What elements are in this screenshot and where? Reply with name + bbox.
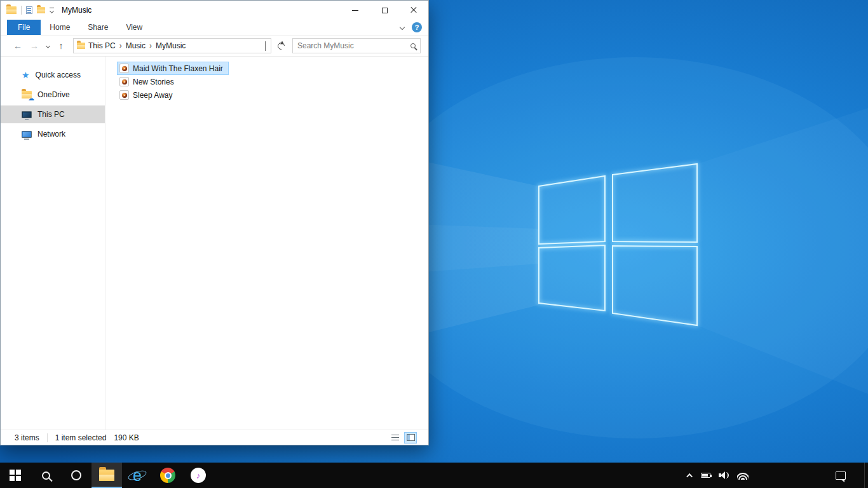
sidebar-item-label: Network [37,130,65,139]
qat-separator [21,6,22,15]
action-center-icon[interactable] [836,471,846,480]
file-row-sleep-away[interactable]: Sleep Away [117,88,179,102]
itunes-taskbar-button[interactable]: ♪ [183,463,214,488]
address-folder-icon [77,43,85,49]
up-button[interactable]: ↑ [53,41,69,50]
maximize-icon [382,8,388,13]
music-file-icon [119,64,129,73]
close-icon [410,6,417,14]
windows-start-icon [10,470,21,481]
quick-access-toolbar [1,6,54,15]
details-view-icon [391,435,399,441]
battery-icon[interactable] [701,473,710,478]
file-name: Maid With The Flaxen Hair [133,64,223,73]
ribbon-tabs: File Home Share View ? [1,20,428,36]
breadcrumb[interactable]: This PC › Music › MyMusic [73,38,271,53]
address-dropdown-chevron-icon[interactable] [263,41,268,50]
minimize-icon [352,10,358,11]
customize-qat-chevron-icon[interactable] [50,8,54,13]
expand-ribbon-chevron-icon[interactable] [400,25,405,30]
tab-view[interactable]: View [117,20,151,35]
taskbar-search-button[interactable] [31,463,61,488]
ribbon-right-controls: ? [400,20,428,35]
help-icon[interactable]: ? [412,22,422,32]
large-icons-view-button[interactable] [404,432,417,444]
file-explorer-taskbar-button[interactable] [92,463,122,488]
new-folder-icon[interactable] [37,7,45,13]
wifi-icon[interactable] [737,471,749,480]
search-icon[interactable] [410,43,416,48]
forward-button[interactable]: → [26,41,43,50]
sidebar-item-label: Quick access [36,71,81,79]
close-button[interactable] [399,1,428,20]
file-row-new-stories[interactable]: New Stories [117,75,180,88]
cortana-icon [71,470,81,480]
music-file-icon [119,77,129,86]
minimize-button[interactable] [341,1,370,20]
internet-explorer-icon: e [128,466,146,484]
details-view-button[interactable] [389,432,402,444]
items-count: 3 items [15,433,39,442]
chrome-icon [160,468,175,483]
properties-icon[interactable] [26,6,32,14]
tab-home[interactable]: Home [41,20,79,35]
file-row-maid-with-the-flaxen-hair[interactable]: Maid With The Flaxen Hair [117,62,229,75]
file-name: New Stories [133,78,174,86]
this-pc-icon [22,111,32,118]
chrome-taskbar-button[interactable] [153,463,183,488]
onedrive-cloud-icon: ☁ [28,95,34,102]
sidebar-item-onedrive[interactable]: ☁ OneDrive [1,86,105,104]
start-button[interactable] [0,463,31,488]
hidden-icons-chevron-icon[interactable] [686,473,693,479]
navigation-pane: ★ Quick access ☁ OneDrive This PC Net [1,57,105,430]
window-folder-icon [6,6,17,14]
sidebar-item-this-pc[interactable]: This PC [1,105,105,123]
quick-access-star-icon: ★ [22,71,30,79]
sidebar-item-label: This PC [37,110,65,119]
network-icon [22,131,32,138]
taskbar: e ♪ [0,463,868,488]
file-explorer-icon [99,470,114,481]
window-body: ★ Quick access ☁ OneDrive This PC Net [1,57,428,430]
status-separator [47,433,48,442]
address-bar: ← → ↑ This PC › Music › MyMusic [1,36,428,57]
sidebar-item-label: OneDrive [37,90,70,99]
breadcrumb-this-pc[interactable]: This PC [85,41,119,50]
system-tray [688,463,868,488]
search-input[interactable] [297,41,410,50]
tab-share[interactable]: Share [79,20,117,35]
back-button[interactable]: ← [10,41,26,50]
sidebar-item-network[interactable]: Network [1,125,105,143]
internet-explorer-taskbar-button[interactable]: e [122,463,153,488]
itunes-icon: ♪ [191,468,206,483]
refresh-button[interactable] [273,38,288,53]
refresh-icon [278,43,285,50]
file-list: Maid With The Flaxen Hair New Stories Sl… [105,57,428,430]
caption-buttons [341,1,428,20]
title-bar: MyMusic [1,1,428,20]
selection-size: 190 KB [114,433,139,442]
sidebar-item-quick-access[interactable]: ★ Quick access [1,66,105,84]
onedrive-icon: ☁ [22,91,32,98]
selection-count: 1 item selected [55,433,107,442]
show-desktop-button[interactable] [864,463,868,488]
explorer-window: MyMusic File Home Share View ? ← → ↑ [0,0,429,445]
breadcrumb-mymusic[interactable]: MyMusic [153,41,189,50]
view-toggle-buttons [389,432,422,444]
breadcrumb-music[interactable]: Music [123,41,149,50]
music-file-icon [119,90,129,100]
search-icon [42,471,50,480]
maximize-button[interactable] [370,1,399,20]
file-name: Sleep Away [133,91,173,100]
search-box [292,38,421,53]
status-bar: 3 items 1 item selected 190 KB [1,430,428,445]
window-title: MyMusic [62,6,92,15]
desktop: MyMusic File Home Share View ? ← → ↑ [0,0,868,488]
cortana-button[interactable] [61,463,92,488]
volume-icon[interactable] [719,471,729,480]
large-icons-view-icon [407,434,415,441]
tab-file[interactable]: File [7,20,41,35]
recent-locations-chevron-icon[interactable] [43,44,53,48]
